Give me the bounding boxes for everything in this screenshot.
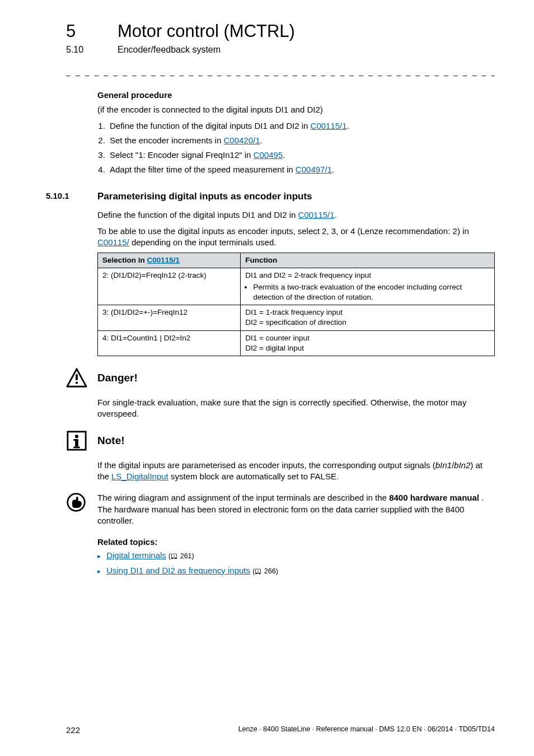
link-digital-terminals[interactable]: Digital terminals	[106, 550, 166, 560]
svg-rect-1	[76, 374, 78, 380]
general-procedure-heading: General procedure	[97, 90, 495, 101]
note-em2: bIn2	[454, 460, 470, 470]
general-procedure-intro: (if the encoder is connected to the digi…	[97, 104, 495, 115]
link-c00115[interactable]: C00115/	[97, 237, 129, 247]
cell-selection-2: 2: (DI1/DI2)=FreqIn12 (2-track)	[98, 268, 241, 305]
subsection-heading: 5.10 Encoder/feedback system	[66, 45, 495, 55]
section-intro-pre: Define the function of the digital input…	[97, 210, 298, 220]
info-box-icon	[66, 430, 97, 454]
book-icon: 🕮	[255, 567, 262, 575]
danger-callout: Danger!	[66, 367, 495, 391]
danger-text: For single-track evaluation, make sure t…	[97, 397, 495, 420]
cell-function-2: DI1 and DI2 = 2-track frequency input Pe…	[241, 268, 495, 305]
page-footer: 222 Lenze · 8400 StateLine · Reference m…	[66, 725, 495, 735]
section-para2: To be able to use the digital inputs as …	[97, 226, 495, 249]
chapter-heading: 5 Motor control (MCTRL)	[66, 21, 495, 41]
cell-function-3-line2: DI2 = specification of direction	[245, 318, 490, 328]
cell-function-3: DI1 = 1-track frequency input DI2 = spec…	[241, 305, 495, 330]
footer-right: Lenze · 8400 StateLine · Reference manua…	[238, 725, 495, 735]
step-4: Adapt the filter time of the speed measu…	[107, 164, 495, 175]
table-row: 2: (DI1/DI2)=FreqIn12 (2-track) DI1 and …	[98, 268, 495, 305]
step-4-post: .	[332, 165, 334, 174]
cell-function-4: DI1 = counter input DI2 = digital input	[241, 330, 495, 356]
related-item-1: Digital terminals (🕮 261)	[97, 550, 495, 561]
tip-text: The wiring diagram and assignment of the…	[97, 492, 495, 526]
note-em1: bIn1	[435, 460, 452, 470]
cell-selection-4: 4: DI1=CountIn1 | DI2=In2	[98, 330, 241, 356]
selection-function-table: Selection in C00115/1 Function 2: (DI1/D…	[97, 253, 495, 356]
section-intro-post: .	[335, 210, 337, 220]
table-row: 3: (DI1/DI2=+-)=FreqIn12 DI1 = 1-track f…	[98, 305, 495, 330]
section-para2-post: depending on the input terminals used.	[129, 237, 277, 247]
page-ref-2-num: 266	[264, 567, 276, 575]
cell-function-3-line1: DI1 = 1-track frequency input	[245, 307, 490, 318]
note-callout: Note!	[66, 430, 495, 454]
link-c00495[interactable]: C00495	[254, 150, 283, 160]
tip-bold: 8400 hardware manual	[389, 493, 479, 502]
step-1: Define the function of the digital input…	[107, 120, 495, 132]
step-1-post: .	[347, 121, 349, 130]
table-row: 4: DI1=CountIn1 | DI2=In2 DI1 = counter …	[98, 330, 495, 356]
hand-point-icon	[66, 492, 97, 515]
warning-triangle-icon	[66, 367, 97, 391]
related-topics-heading: Related topics:	[97, 536, 495, 548]
svg-rect-6	[73, 439, 77, 441]
related-topics-list: Digital terminals (🕮 261) Using DI1 and …	[87, 550, 495, 576]
link-c00115-1c[interactable]: C00115/1	[147, 256, 180, 264]
note-text: If the digital inputs are parameterised …	[97, 460, 495, 483]
cell-function-4-line2: DI2 = digital input	[245, 343, 490, 353]
page-ref-2: (🕮 266)	[252, 567, 278, 575]
link-c00420-1[interactable]: C00420/1	[223, 136, 260, 145]
section-title: Parameterising digital inputs as encoder…	[97, 190, 312, 203]
svg-rect-2	[76, 382, 78, 384]
related-item-2: Using DI1 and DI2 as frequency inputs (🕮…	[97, 565, 495, 576]
link-di1-di2-frequency[interactable]: Using DI1 and DI2 as frequency inputs	[106, 566, 250, 575]
step-3-pre: Select "1: Encoder signal FreqIn12" in	[110, 150, 254, 160]
link-c00497-1[interactable]: C00497/1	[296, 165, 332, 174]
cell-selection-3: 3: (DI1/DI2=+-)=FreqIn12	[98, 305, 241, 330]
page-number: 222	[66, 725, 80, 735]
tip-text-pre: The wiring diagram and assignment of the…	[97, 493, 389, 502]
table-header-selection: Selection in C00115/1	[98, 253, 241, 268]
cell-function-2-line1: DI1 and DI2 = 2-track frequency input	[245, 271, 371, 279]
tip-callout: The wiring diagram and assignment of the…	[66, 492, 495, 526]
step-2: Set the encoder increments in C00420/1.	[107, 135, 495, 146]
link-c00115-1b[interactable]: C00115/1	[298, 210, 335, 220]
step-4-pre: Adapt the filter time of the speed measu…	[110, 165, 296, 174]
chapter-title: Motor control (MCTRL)	[118, 21, 295, 41]
chapter-number: 5	[66, 21, 118, 41]
table-header-selection-pre: Selection in	[102, 256, 147, 264]
note-title: Note!	[97, 433, 125, 448]
step-1-pre: Define the function of the digital input…	[110, 121, 311, 130]
step-3-post: .	[283, 150, 285, 160]
section-para2-pre: To be able to use the digital inputs as …	[97, 226, 469, 236]
table-header-function: Function	[241, 253, 495, 268]
svg-point-4	[75, 435, 78, 438]
cell-function-4-line1: DI1 = counter input	[245, 333, 490, 343]
note-text-pre: If the digital inputs are parameterised …	[97, 460, 435, 470]
step-2-pre: Set the encoder increments in	[110, 136, 223, 145]
divider: _ _ _ _ _ _ _ _ _ _ _ _ _ _ _ _ _ _ _ _ …	[66, 67, 495, 76]
page-ref-1: (🕮 261)	[168, 552, 194, 560]
subsection-number: 5.10	[66, 45, 118, 55]
link-c00115-1[interactable]: C00115/1	[311, 121, 347, 130]
book-icon: 🕮	[171, 552, 178, 560]
cell-function-2-bullet: Permits a two-track evaluation of the en…	[253, 282, 490, 302]
section-intro: Define the function of the digital input…	[97, 209, 495, 221]
link-ls-digitalinput[interactable]: LS_DigitalInput	[111, 472, 168, 481]
svg-rect-7	[73, 446, 79, 448]
step-2-post: .	[260, 136, 263, 145]
step-3: Select "1: Encoder signal FreqIn12" in C…	[107, 150, 495, 161]
procedure-steps: Define the function of the digital input…	[107, 120, 495, 176]
danger-title: Danger!	[97, 371, 138, 385]
subsection-title: Encoder/feedback system	[118, 45, 221, 55]
note-text-post: system block are automatically set to FA…	[168, 472, 339, 481]
section-number: 5.10.1	[46, 190, 97, 203]
page-ref-1-num: 261	[180, 552, 192, 560]
